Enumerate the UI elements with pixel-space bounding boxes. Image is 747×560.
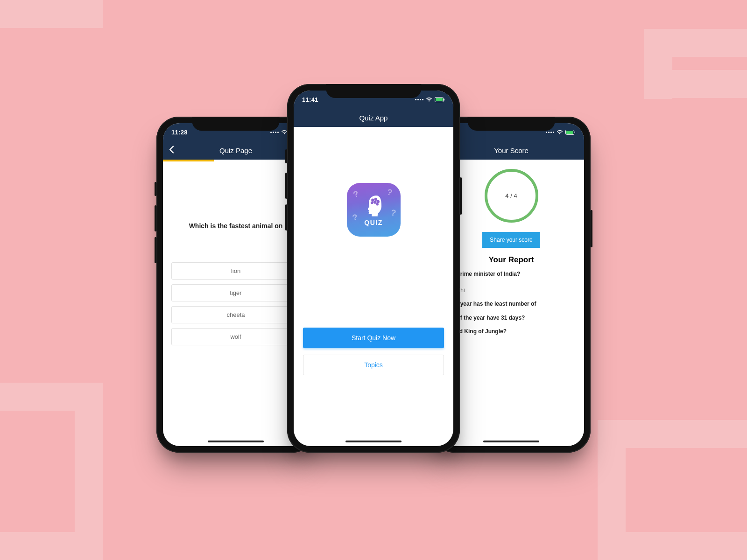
score-value: 4 / 4 [505, 192, 517, 199]
svg-point-12 [374, 201, 377, 204]
question-mark-icon: ? [351, 212, 358, 223]
bg-shape [0, 383, 103, 411]
back-button[interactable] [169, 146, 174, 155]
svg-rect-7 [444, 98, 445, 100]
status-time: 11:28 [171, 129, 188, 136]
home-indicator [208, 441, 264, 442]
app-header: Quiz App [294, 108, 453, 127]
header-title: Your Score [494, 147, 529, 154]
question-mark-icon: ? [352, 189, 360, 200]
answer-option[interactable]: wolf [171, 328, 300, 345]
report-item: ent prime minister of India? ndhi Gandhi [447, 270, 576, 294]
home-indicator [345, 441, 402, 442]
cellular-icon [546, 132, 554, 133]
svg-point-9 [371, 198, 374, 202]
svg-point-10 [374, 198, 378, 201]
wifi-icon [557, 130, 563, 134]
svg-point-13 [371, 201, 374, 204]
report-item: f the year has the least number of [447, 300, 576, 308]
bg-shape [598, 420, 747, 448]
question-mark-icon: ? [390, 208, 396, 218]
logo-text: QUIZ [364, 219, 382, 226]
report-item: ths of the year have 31 days? [447, 314, 576, 322]
answer-option[interactable]: cheeta [171, 306, 300, 323]
chevron-left-icon [169, 146, 174, 154]
battery-icon [565, 130, 576, 135]
svg-rect-4 [575, 131, 576, 133]
battery-icon [435, 97, 445, 102]
question-mark-icon: ? [386, 187, 393, 198]
quiz-logo: ? ? ? ? [347, 183, 401, 237]
answer-option[interactable]: lion [171, 262, 300, 280]
app-header: Your Score [438, 141, 584, 160]
answer-option[interactable]: tiger [171, 284, 300, 301]
header-title: Quiz Page [219, 147, 252, 154]
home-indicator [483, 441, 539, 442]
showcase-stage: 11:28 Quiz Page [128, 70, 619, 490]
topics-button[interactable]: Topics [303, 355, 444, 375]
report-item: called King of Jungle? ant [447, 328, 576, 344]
phone-home: 11:41 Quiz App ? ? [287, 84, 460, 453]
svg-point-14 [376, 203, 379, 206]
bg-shape [644, 29, 672, 99]
score-ring: 4 / 4 [485, 169, 538, 223]
brain-head-icon [361, 193, 386, 217]
start-quiz-button[interactable]: Start Quiz Now [303, 328, 444, 348]
share-score-button[interactable]: Share your score [482, 232, 540, 248]
wifi-icon [281, 130, 288, 134]
wifi-icon [426, 97, 432, 102]
svg-rect-5 [566, 131, 573, 134]
question-text: Which is the fastest animal on [171, 222, 300, 230]
bg-shape [0, 0, 103, 28]
report-title: Your Report [447, 255, 576, 265]
cellular-icon [270, 132, 279, 133]
svg-point-11 [377, 200, 380, 203]
report-list: ent prime minister of India? ndhi Gandhi… [447, 270, 576, 344]
cellular-icon [415, 99, 423, 100]
header-title: Quiz App [359, 114, 388, 122]
svg-rect-8 [436, 98, 443, 101]
status-time: 11:41 [302, 96, 318, 103]
